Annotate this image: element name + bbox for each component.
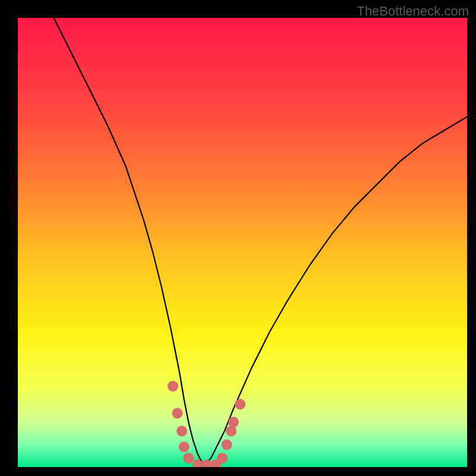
marker-point (183, 453, 194, 464)
marker-point (168, 381, 178, 392)
marker-point (228, 417, 239, 428)
marker-point (217, 453, 228, 464)
marker-point (172, 408, 183, 418)
plot-area (18, 18, 467, 467)
marker-point (178, 441, 189, 452)
curve-layer (18, 18, 467, 467)
marker-point (235, 399, 246, 409)
marker-point (221, 439, 232, 450)
bottleneck-curve (54, 18, 467, 463)
highlighted-points (168, 381, 246, 467)
watermark-text: TheBottleneck.com (357, 4, 469, 19)
marker-point (177, 426, 187, 437)
marker-point (226, 426, 237, 437)
